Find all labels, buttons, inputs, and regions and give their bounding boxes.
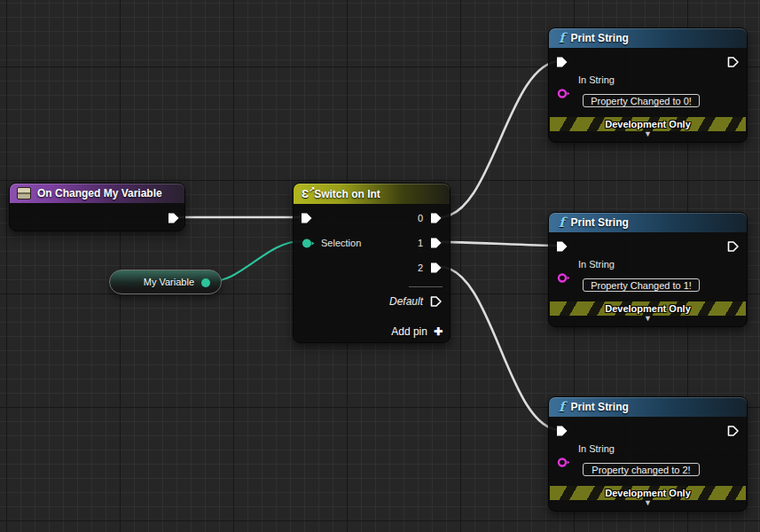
print-node-title: Print String [570,401,628,413]
case-1-label: 1 [418,238,423,248]
case-1-row: 1 [418,237,443,249]
exec-output-pin[interactable] [727,425,740,437]
case-2-output-pin[interactable] [430,262,443,274]
wire-data-myvariable-to-selection[interactable] [208,241,302,282]
in-string-label: In String [578,259,615,270]
print-node-title: Print String [570,216,628,229]
print-string-node-1[interactable]: f Print String In String Property Change… [548,212,748,327]
selection-input-pin[interactable] [302,238,315,249]
switch-node-header[interactable]: Ɛ↗ Switch on Int [294,184,450,204]
variable-node-label: My Variable [144,270,194,293]
exec-input-pin[interactable] [556,56,568,68]
event-node-header[interactable]: On Changed My Variable [10,184,184,203]
add-pin-plus-icon[interactable]: ✚ [434,325,443,338]
selection-pin-label: Selection [321,238,361,249]
exec-input-pin[interactable] [556,240,568,253]
switch-node[interactable]: Ɛ↗ Switch on Int Selection 0 1 2 [293,183,451,343]
default-row: Default [389,295,443,308]
print-node-header[interactable]: f Print String [549,397,747,417]
exec-output-pin[interactable] [727,56,740,68]
in-string-input[interactable]: Property Changed to 0! [583,94,700,107]
default-output-pin[interactable] [430,295,443,308]
switch-node-title: Switch on Int [314,188,380,200]
event-node[interactable]: On Changed My Variable [9,183,185,231]
wire-exec-case1-to-print1[interactable] [440,242,560,246]
exec-input-pin[interactable] [301,212,313,224]
print-string-node-2[interactable]: f Print String In String Property change… [548,396,748,512]
collapse-arrow-icon[interactable]: ▼ [549,497,747,508]
wire-exec-case0-to-print0[interactable] [440,61,560,217]
collapse-arrow-icon[interactable]: ▼ [549,313,747,324]
variable-output-pin[interactable] [200,278,211,288]
in-string-pin[interactable] [557,88,571,99]
function-icon: f [559,32,564,45]
switch-icon: Ɛ↗ [302,188,309,200]
in-string-pin[interactable] [557,457,571,468]
print-node-title: Print String [570,32,628,44]
function-icon: f [559,401,564,414]
exec-input-pin[interactable] [556,425,568,437]
case-0-row: 0 [418,212,443,224]
print-node-header[interactable]: f Print String [549,213,747,232]
default-pin-label: Default [389,295,423,308]
case-0-label: 0 [418,213,423,223]
add-pin-row[interactable]: Add pin ✚ [391,325,443,338]
exec-output-pin[interactable] [727,240,740,253]
in-string-pin[interactable] [557,272,571,284]
add-pin-label: Add pin [391,325,427,338]
exec-output-pin[interactable] [168,212,180,224]
collapse-arrow-icon[interactable]: ▼ [549,129,747,139]
in-string-label: In String [578,443,615,454]
case-2-row: 2 [418,262,443,274]
case-0-output-pin[interactable] [430,212,443,224]
in-string-label: In String [578,74,615,85]
print-node-header[interactable]: f Print String [549,28,747,48]
case-1-output-pin[interactable] [430,237,443,249]
case-2-label: 2 [418,262,423,273]
wire-exec-case2-to-print2[interactable] [440,267,560,430]
event-node-title: On Changed My Variable [37,187,162,200]
variable-node[interactable]: My Variable [109,270,222,294]
in-string-input[interactable]: Property Changed to 1! [583,278,700,292]
switch-divider [409,286,443,287]
event-icon [17,187,31,200]
print-string-node-0[interactable]: f Print String In String Property Change… [548,27,748,143]
blueprint-graph-canvas[interactable]: On Changed My Variable My Variable Ɛ↗ Sw… [0,0,760,532]
function-icon: f [559,216,564,230]
in-string-input[interactable]: Property changed to 2! [583,463,700,476]
